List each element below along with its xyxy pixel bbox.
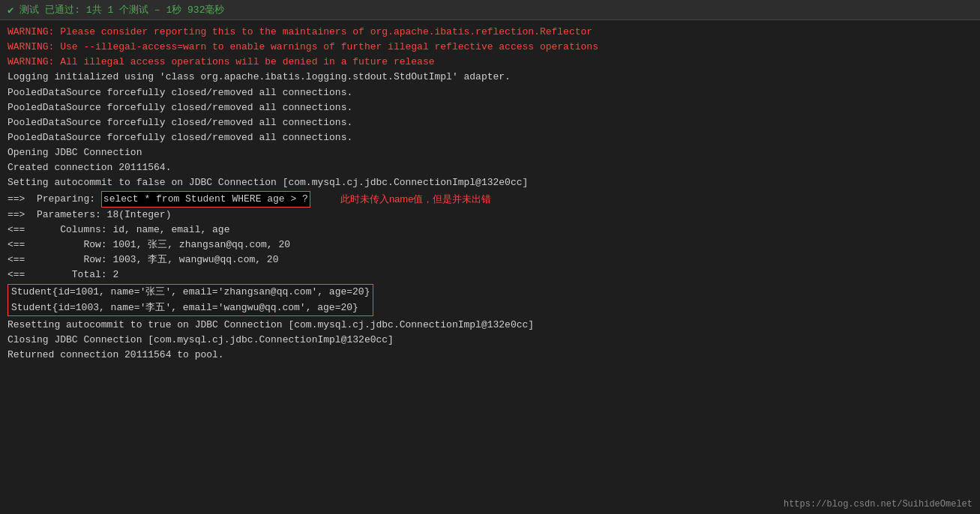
annotation-text: 此时未传入name值，但是并未出错: [340, 192, 492, 207]
preparing-line: ==> Preparing: select * from Student WHE…: [7, 191, 973, 208]
console-line: Opening JDBC Connection: [7, 145, 973, 160]
result-line: Student{id=1003, name='李五', email='wangw…: [8, 300, 373, 315]
console-line: PooledDataSource forcefully closed/remov…: [7, 130, 973, 145]
console-line: Closing JDBC Connection [com.mysql.cj.jd…: [7, 333, 973, 348]
console-line: PooledDataSource forcefully closed/remov…: [7, 85, 973, 100]
preparing-prefix: ==> Preparing:: [7, 192, 101, 207]
console-line: <== Total: 2: [7, 267, 973, 282]
result-box: Student{id=1001, name='张三', email='zhang…: [7, 284, 373, 315]
console-line: Created connection 20111564.: [7, 160, 973, 175]
console-line: <== Columns: id, name, email, age: [7, 223, 973, 238]
sql-query: select * from Student WHERE age > ?: [101, 191, 310, 208]
console-line: Logging initialized using 'class org.apa…: [7, 70, 973, 85]
bottom-url: https://blog.csdn.net/SuihideOmelet: [784, 499, 973, 510]
top-bar: ✔ 测试 已通过: 1共 1 个测试 – 1秒 932毫秒: [0, 0, 980, 20]
check-icon: ✔: [7, 4, 13, 16]
console-line: PooledDataSource forcefully closed/remov…: [7, 100, 973, 115]
console-line: Returned connection 20111564 to pool.: [7, 348, 973, 363]
console-line: Resetting autocommit to true on JDBC Con…: [7, 318, 973, 333]
console-output: WARNING: Please consider reporting this …: [0, 20, 980, 367]
console-line: ==> Parameters: 18(Integer): [7, 208, 973, 223]
console-line: WARNING: All illegal access operations w…: [7, 55, 973, 70]
console-line: WARNING: Please consider reporting this …: [7, 25, 973, 40]
console-line: PooledDataSource forcefully closed/remov…: [7, 115, 973, 130]
test-status-text: 测试 已通过: 1共 1 个测试 – 1秒 932毫秒: [19, 3, 224, 16]
console-line: Setting autocommit to false on JDBC Conn…: [7, 175, 973, 190]
console-line: <== Row: 1003, 李五, wangwu@qq.com, 20: [7, 253, 973, 267]
console-line: <== Row: 1001, 张三, zhangsan@qq.com, 20: [7, 238, 973, 253]
console-line: WARNING: Use --illegal-access=warn to en…: [7, 40, 973, 55]
result-line: Student{id=1001, name='张三', email='zhang…: [8, 285, 373, 300]
